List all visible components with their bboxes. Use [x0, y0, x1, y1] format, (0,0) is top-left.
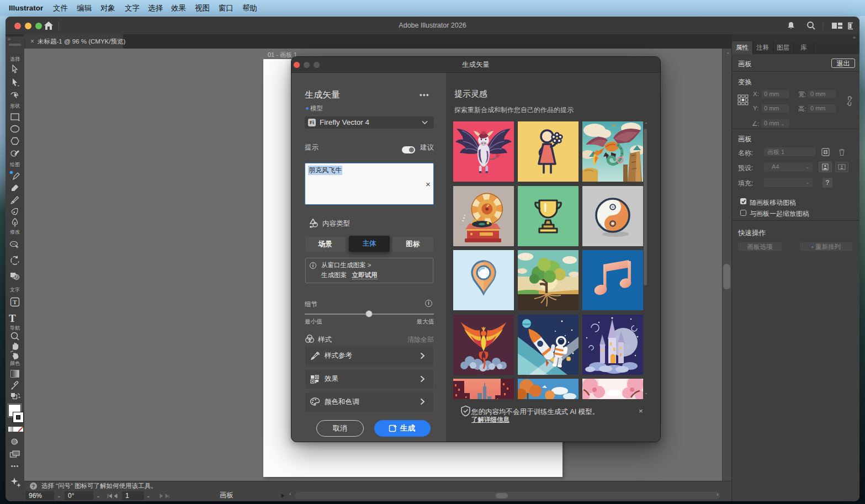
svg-text:T: T: [13, 299, 17, 305]
